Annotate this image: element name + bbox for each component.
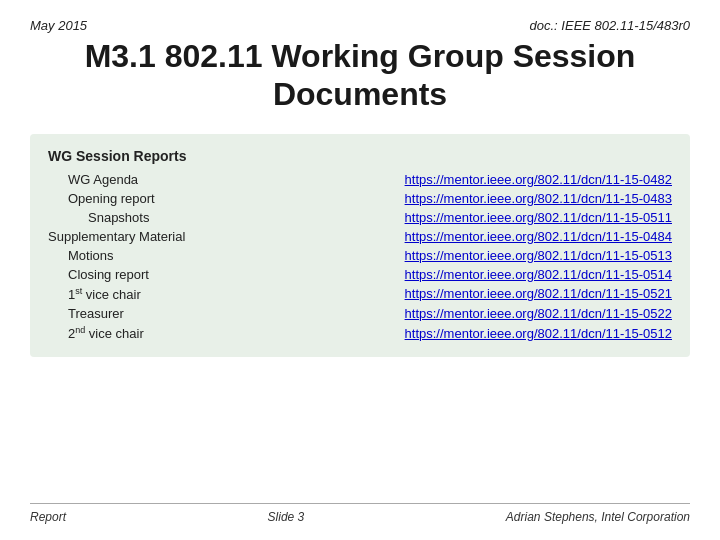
top-bar: May 2015 doc.: IEEE 802.11-15/483r0 [30,18,690,33]
table-rows: WG Agendahttps://mentor.ieee.org/802.11/… [48,170,672,344]
title-line1: M3.1 802.11 Working Group Session [85,38,636,74]
row-link[interactable]: https://mentor.ieee.org/802.11/dcn/11-15… [405,286,672,301]
row-label: Treasurer [48,306,268,321]
footer-center: Slide 3 [268,510,305,524]
row-link[interactable]: https://mentor.ieee.org/802.11/dcn/11-15… [405,306,672,321]
row-link[interactable]: https://mentor.ieee.org/802.11/dcn/11-15… [405,248,672,263]
table-row: Snapshotshttps://mentor.ieee.org/802.11/… [48,208,672,227]
row-link[interactable]: https://mentor.ieee.org/802.11/dcn/11-15… [405,210,672,225]
row-link[interactable]: https://mentor.ieee.org/802.11/dcn/11-15… [405,267,672,282]
row-link[interactable]: https://mentor.ieee.org/802.11/dcn/11-15… [405,172,672,187]
row-label: 2nd vice chair [48,325,268,341]
table-row: 1st vice chairhttps://mentor.ieee.org/80… [48,284,672,304]
row-link[interactable]: https://mentor.ieee.org/802.11/dcn/11-15… [405,326,672,341]
footer: Report Slide 3 Adrian Stephens, Intel Co… [30,503,690,524]
date-label: May 2015 [30,18,87,33]
table-row: Opening reporthttps://mentor.ieee.org/80… [48,189,672,208]
footer-left: Report [30,510,66,524]
table-row: WG Agendahttps://mentor.ieee.org/802.11/… [48,170,672,189]
slide: May 2015 doc.: IEEE 802.11-15/483r0 M3.1… [0,0,720,540]
row-label: Opening report [48,191,268,206]
title-line2: Documents [273,76,447,112]
main-title: M3.1 802.11 Working Group Session Docume… [30,37,690,114]
row-link[interactable]: https://mentor.ieee.org/802.11/dcn/11-15… [405,229,672,244]
table-row: 2nd vice chairhttps://mentor.ieee.org/80… [48,323,672,343]
row-label: WG Agenda [48,172,268,187]
row-label: Closing report [48,267,268,282]
table-row: Closing reporthttps://mentor.ieee.org/80… [48,265,672,284]
content-table: WG Session Reports WG Agendahttps://ment… [30,134,690,358]
row-label: 1st vice chair [48,286,268,302]
table-row: Motionshttps://mentor.ieee.org/802.11/dc… [48,246,672,265]
row-label: Supplementary Material [48,229,268,244]
row-label: Motions [48,248,268,263]
row-label: Snapshots [48,210,268,225]
doc-id-label: doc.: IEEE 802.11-15/483r0 [530,18,690,33]
section-header: WG Session Reports [48,148,672,164]
table-row: Supplementary Materialhttps://mentor.iee… [48,227,672,246]
row-link[interactable]: https://mentor.ieee.org/802.11/dcn/11-15… [405,191,672,206]
table-row: Treasurerhttps://mentor.ieee.org/802.11/… [48,304,672,323]
footer-right: Adrian Stephens, Intel Corporation [506,510,690,524]
